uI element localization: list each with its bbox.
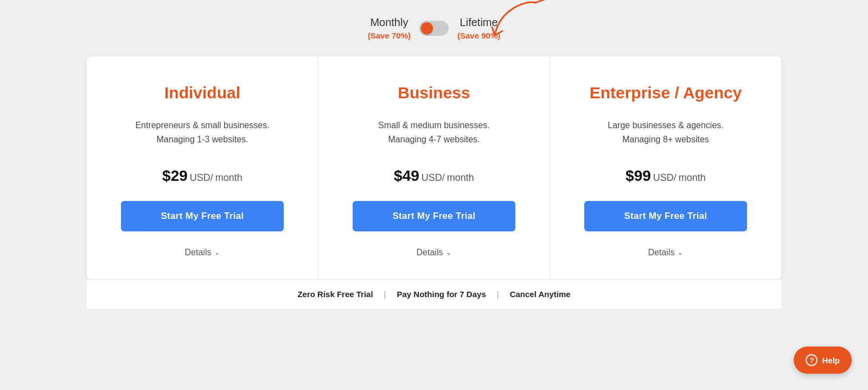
help-label: Help xyxy=(822,356,840,365)
footer-divider-1: | xyxy=(384,290,386,299)
help-button[interactable]: ? Help xyxy=(794,347,852,374)
toggle-wrapper: Monthly (Save 70%) Lifetime (Save 90%) xyxy=(368,16,500,40)
individual-details-label: Details xyxy=(185,248,212,257)
individual-plan-title: Individual xyxy=(164,84,240,102)
lifetime-label: Lifetime xyxy=(460,16,498,29)
enterprise-price-amount: $99 xyxy=(626,167,651,185)
pricing-cards-container: Individual Entrepreneurs & small busines… xyxy=(87,56,781,279)
business-price-amount: $49 xyxy=(394,167,419,185)
lifetime-label-group: Lifetime (Save 90%) xyxy=(457,16,500,40)
footer-item-1: Zero Risk Free Trial xyxy=(297,290,373,299)
business-plan-price: $49 USD/ month xyxy=(394,167,474,185)
monthly-label: Monthly xyxy=(370,16,408,29)
business-chevron-icon: ⌄ xyxy=(446,249,451,256)
billing-toggle[interactable] xyxy=(419,21,449,36)
individual-plan-description: Entrepreneurs & small businesses.Managin… xyxy=(135,118,269,151)
toggle-knob xyxy=(421,22,433,34)
page-wrapper: Monthly (Save 70%) Lifetime (Save 90%) xyxy=(0,0,868,390)
individual-price-currency: USD/ xyxy=(190,172,213,184)
pricing-section: Individual Entrepreneurs & small busines… xyxy=(87,56,781,309)
footer-divider-2: | xyxy=(497,290,499,299)
enterprise-details-label: Details xyxy=(648,248,675,257)
enterprise-plan-description: Large businesses & agencies.Managing 8+ … xyxy=(608,118,723,151)
monthly-save: (Save 70%) xyxy=(368,31,411,40)
enterprise-details-link[interactable]: Details ⌄ xyxy=(648,248,684,257)
business-plan-title: Business xyxy=(398,84,470,102)
monthly-label-group: Monthly (Save 70%) xyxy=(368,16,411,40)
individual-trial-button[interactable]: Start My Free Trial xyxy=(121,201,284,231)
enterprise-price-period: month xyxy=(679,172,706,184)
business-price-currency: USD/ xyxy=(422,172,445,184)
individual-price-period: month xyxy=(215,172,242,184)
individual-plan-price: $29 USD/ month xyxy=(162,167,242,185)
enterprise-price-currency: USD/ xyxy=(653,172,676,184)
pricing-card-business: Business Small & medium businesses.Manag… xyxy=(318,56,550,279)
footer-item-3: Cancel Anytime xyxy=(510,290,571,299)
individual-price-amount: $29 xyxy=(162,167,188,185)
business-details-link[interactable]: Details ⌄ xyxy=(417,248,452,257)
business-price-period: month xyxy=(447,172,474,184)
pricing-card-enterprise: Enterprise / Agency Large businesses & a… xyxy=(550,56,781,279)
enterprise-plan-title: Enterprise / Agency xyxy=(590,84,742,102)
pricing-card-individual: Individual Entrepreneurs & small busines… xyxy=(87,56,318,279)
individual-details-link[interactable]: Details ⌄ xyxy=(185,248,220,257)
business-details-label: Details xyxy=(417,248,443,257)
individual-chevron-icon: ⌄ xyxy=(214,249,220,256)
footer-bar: Zero Risk Free Trial | Pay Nothing for 7… xyxy=(87,279,781,309)
enterprise-trial-button[interactable]: Start My Free Trial xyxy=(584,201,747,231)
enterprise-chevron-icon: ⌄ xyxy=(678,249,683,256)
business-trial-button[interactable]: Start My Free Trial xyxy=(353,201,515,231)
business-plan-description: Small & medium businesses.Managing 4-7 w… xyxy=(378,118,489,151)
enterprise-plan-price: $99 USD/ month xyxy=(626,167,706,185)
lifetime-save: (Save 90%) xyxy=(457,31,500,40)
help-icon: ? xyxy=(806,354,818,366)
footer-item-2: Pay Nothing for 7 Days xyxy=(397,290,486,299)
billing-toggle-section: Monthly (Save 70%) Lifetime (Save 90%) xyxy=(368,16,500,40)
